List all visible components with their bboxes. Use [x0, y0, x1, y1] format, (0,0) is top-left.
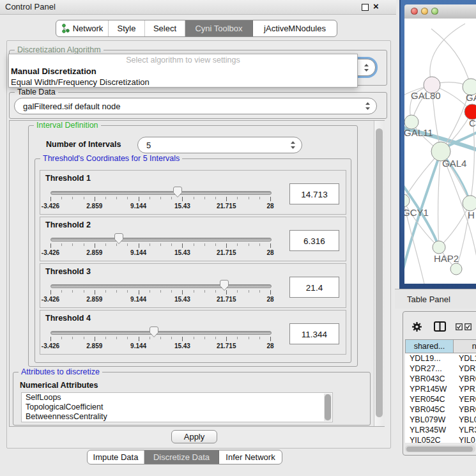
table-cell[interactable]: YBL079W — [405, 415, 454, 425]
tab-label: Network — [73, 24, 104, 33]
threshold-value-field[interactable]: 14.713 — [289, 183, 339, 204]
threshold-value-field[interactable]: 21.4 — [289, 277, 339, 298]
table-cell[interactable]: YER0 — [454, 394, 476, 404]
checkbox-checked-icon[interactable] — [456, 323, 463, 330]
scrollbar-thumb[interactable] — [376, 128, 383, 417]
slider-thumb[interactable] — [173, 187, 182, 197]
table-cell[interactable]: YIL0 — [454, 435, 476, 443]
table-cell[interactable]: YLR345W — [405, 425, 454, 435]
gear-icon[interactable] — [411, 321, 422, 332]
table-cell[interactable]: YDL1 — [454, 353, 476, 364]
scale-label: 28 — [266, 203, 273, 210]
scale-label: 9.144 — [130, 296, 146, 303]
slider-track[interactable] — [50, 191, 272, 195]
table-row[interactable]: YBL079WYBL0 — [405, 415, 476, 425]
scrollbar-thumb[interactable] — [325, 394, 331, 420]
table-cell[interactable]: YBR045C — [405, 404, 454, 415]
network-node-h[interactable] — [463, 196, 476, 211]
table-cell[interactable]: YIL052C — [405, 435, 454, 443]
close-icon[interactable]: × — [373, 1, 379, 12]
vertical-scrollbar[interactable] — [374, 121, 385, 426]
network-canvas[interactable]: GAL80GACGAL11GAL4GCY1HHAP2 — [404, 19, 476, 284]
threshold-value-field[interactable]: 6.316 — [289, 230, 339, 251]
table-row[interactable]: YIL052CYIL0 — [405, 435, 476, 443]
dropdown-option-manual-discretization[interactable]: Manual Discretization — [9, 66, 357, 77]
threshold-panel: Threshold 4-3.4262.8599.14415.4321.71528… — [40, 310, 346, 355]
table-cell[interactable]: YBL0 — [454, 415, 476, 425]
threshold-slider[interactable]: -3.4262.8599.14415.4321.71528 — [50, 328, 270, 353]
table-cell[interactable]: YBR043C — [405, 374, 454, 384]
slider-thumb[interactable] — [220, 280, 229, 291]
checkbox-checked-icon[interactable] — [464, 323, 472, 330]
attribute-item-betweennesscentrality[interactable]: BetweennessCentrality — [22, 412, 332, 422]
number-of-intervals-value: 5 — [146, 141, 151, 150]
zoom-button[interactable] — [431, 8, 438, 15]
tab-style[interactable]: Style — [109, 20, 145, 36]
split-columns-icon[interactable] — [434, 321, 446, 332]
tab-label: Discretize Data — [153, 452, 210, 462]
tab-network[interactable]: Network — [56, 20, 109, 36]
horizontal-scrollbar[interactable] — [405, 445, 475, 452]
attribute-item-selfloops[interactable]: SelfLoops — [22, 393, 332, 403]
threshold-slider[interactable]: -3.4262.8599.14415.4321.71528 — [50, 235, 270, 259]
network-node[interactable] — [450, 263, 462, 275]
network-edge[interactable] — [439, 203, 470, 247]
table-cell[interactable]: YDR2 — [454, 364, 476, 374]
tab-jactivemnodules[interactable]: jActiveMNodules — [253, 20, 337, 36]
table-row[interactable]: YDL19...YDL1 — [405, 353, 476, 364]
scrollbar-thumb[interactable] — [406, 447, 473, 452]
tab-cyni-toolbox[interactable]: Cyni Toolbox — [185, 20, 253, 36]
table-row[interactable]: YBR043CYBR0 — [405, 374, 476, 384]
table-row[interactable]: YPR145WYPR1 — [405, 384, 476, 394]
table-cell[interactable]: YPR1 — [454, 384, 476, 394]
threshold-slider[interactable]: -3.4262.8599.14415.4321.71528 — [50, 282, 270, 306]
network-node-gcy1[interactable] — [404, 194, 410, 207]
float-window-icon[interactable] — [362, 4, 369, 11]
tab-select[interactable]: Select — [145, 20, 185, 36]
slider-thumb-icon — [114, 233, 123, 244]
table-row[interactable]: YBR045CYBR0 — [405, 404, 476, 415]
threshold-value-field[interactable]: 11.344 — [289, 323, 339, 344]
apply-button[interactable]: Apply — [171, 430, 217, 443]
network-edge[interactable] — [431, 29, 471, 87]
table-cell[interactable]: YPR145W — [405, 384, 454, 394]
slider-scale: -3.4262.8599.14415.4321.71528 — [50, 203, 270, 210]
table-row[interactable]: YDR27...YDR2 — [405, 364, 476, 374]
slider-track[interactable] — [50, 331, 272, 335]
network-edge[interactable] — [438, 151, 441, 247]
table-cell[interactable]: YLR3 — [454, 425, 476, 435]
combobox-spinner-icon — [364, 63, 369, 72]
table-body[interactable]: YDL19...YDL1YDR27...YDR2YBR043CYBR0YPR14… — [405, 353, 476, 443]
network-window-titlebar[interactable] — [404, 4, 476, 19]
network-edge[interactable] — [430, 24, 465, 85]
table-cell[interactable]: YER054C — [405, 394, 454, 404]
scale-label: 15.43 — [174, 203, 190, 210]
column-header-shared-name[interactable]: shared... — [405, 339, 454, 353]
scale-label: -3.426 — [42, 203, 59, 210]
number-of-intervals-combobox[interactable]: 5 — [137, 137, 302, 153]
network-node-hap2[interactable] — [433, 241, 445, 254]
table-row[interactable]: YLR345WYLR3 — [405, 425, 476, 435]
table-cell[interactable]: YBR0 — [454, 374, 476, 384]
tab-infer-network[interactable]: Infer Network — [219, 450, 282, 464]
table-data-combobox[interactable]: galFiltered.sif default node — [14, 98, 377, 114]
close-button[interactable] — [411, 8, 418, 15]
table-row[interactable]: YER054CYER0 — [405, 394, 476, 404]
slider-thumb[interactable] — [150, 326, 158, 337]
dropdown-option-equal-width-frequency[interactable]: Equal Width/Frequency Discretization — [9, 77, 357, 88]
table-cell[interactable]: YDR27... — [405, 364, 454, 374]
threshold-panel: Threshold 3-3.4262.8599.14415.4321.71528… — [40, 263, 346, 308]
column-header-name[interactable]: name — [454, 339, 476, 353]
attribute-item-topologicalcoefficient[interactable]: TopologicalCoefficient — [22, 403, 332, 412]
table-cell[interactable]: YBR0 — [454, 404, 476, 415]
slider-track[interactable] — [50, 284, 272, 288]
slider-track[interactable] — [50, 238, 272, 242]
numerical-attributes-list[interactable]: SelfLoopsTopologicalCoefficientBetweenne… — [21, 392, 333, 422]
threshold-slider[interactable]: -3.4262.8599.14415.4321.71528 — [50, 188, 270, 213]
slider-thumb[interactable] — [114, 233, 123, 244]
list-scrollbar[interactable] — [324, 394, 332, 421]
minimize-button[interactable] — [421, 8, 428, 15]
tab-discretize-data[interactable]: Discretize Data — [144, 450, 219, 464]
table-cell[interactable]: YDL19... — [405, 353, 454, 364]
tab-impute-data[interactable]: Impute Data — [88, 450, 144, 464]
